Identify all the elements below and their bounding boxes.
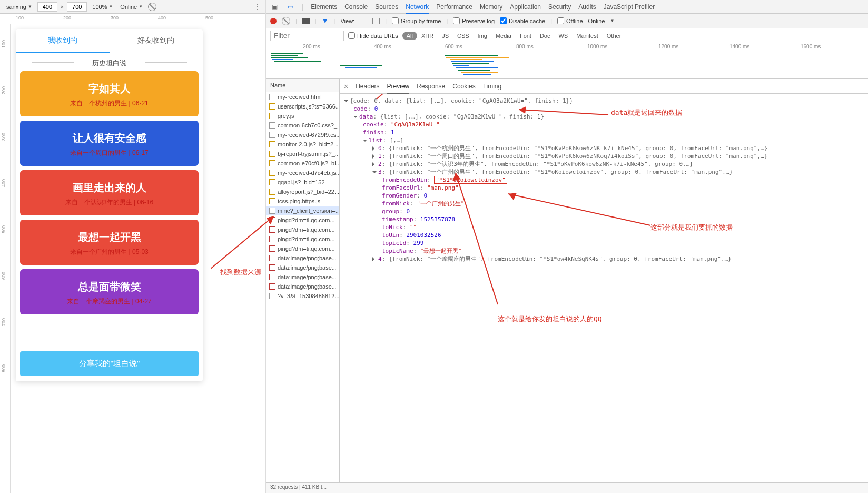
filter-type-css[interactable]: CSS bbox=[453, 32, 474, 40]
expand-icon[interactable] bbox=[372, 146, 377, 151]
json-line[interactable]: timestamp: 1525357878 bbox=[344, 215, 864, 223]
json-line[interactable]: 1: {fromNick: "一个周口的男生", fromEncodeUin: … bbox=[344, 152, 864, 160]
devtools-tab-audits[interactable]: Audits bbox=[578, 1, 596, 13]
filter-icon[interactable]: ▼ bbox=[322, 17, 329, 25]
request-row[interactable]: pingd?dm=ti.qq.com... bbox=[266, 215, 339, 225]
network-timeline[interactable]: 200 ms400 ms600 ms800 ms1000 ms1200 ms14… bbox=[266, 43, 868, 79]
request-row[interactable]: mine?_client_version=... bbox=[266, 206, 339, 215]
json-line[interactable]: 4: {fromNick: "一个摩羯座的男生", fromEncodeUin:… bbox=[344, 255, 864, 263]
group-checkbox[interactable]: Group by frame bbox=[392, 17, 441, 24]
filter-type-img[interactable]: Img bbox=[474, 32, 491, 40]
more-icon[interactable]: ⋮ bbox=[253, 3, 261, 11]
detail-tab-preview[interactable]: Preview bbox=[387, 80, 410, 94]
height-input[interactable] bbox=[67, 2, 87, 12]
json-line[interactable]: cookie: "CgAQ3a2K1wU=" bbox=[344, 121, 864, 129]
json-line[interactable]: topicId: 299 bbox=[344, 239, 864, 247]
hide-data-urls-checkbox[interactable]: Hide data URLs bbox=[348, 32, 398, 39]
devtools-tab-memory[interactable]: Memory bbox=[480, 1, 502, 13]
request-row[interactable]: data:image/png;base... bbox=[266, 272, 339, 282]
detail-tab-cookies[interactable]: Cookies bbox=[452, 80, 475, 93]
confession-card[interactable]: 总是面带微笑来自一个摩羯座的男生 | 04-27 bbox=[20, 269, 199, 314]
detail-tab-headers[interactable]: Headers bbox=[356, 80, 379, 93]
tab-received[interactable]: 我收到的 bbox=[16, 29, 110, 53]
request-row[interactable]: pingd?dm=ti.qq.com... bbox=[266, 234, 339, 244]
json-line[interactable]: fromGender: 0 bbox=[344, 192, 864, 200]
request-row[interactable]: my-received-d7c4eb.js... bbox=[266, 168, 339, 178]
filter-type-doc[interactable]: Doc bbox=[536, 32, 555, 40]
request-row[interactable]: grey.js bbox=[266, 111, 339, 121]
request-row[interactable]: common-6cb7c0.css?_... bbox=[266, 121, 339, 130]
request-row[interactable]: userscripts.js?ts=6366... bbox=[266, 102, 339, 111]
close-icon[interactable]: × bbox=[344, 82, 348, 91]
filter-type-font[interactable]: Font bbox=[516, 32, 536, 40]
filter-input[interactable] bbox=[270, 31, 344, 41]
width-input[interactable] bbox=[37, 2, 57, 12]
devtools-tab-security[interactable]: Security bbox=[548, 1, 571, 13]
json-line[interactable]: 0: {fromNick: "一个杭州的男生", fromEncodeUin: … bbox=[344, 144, 864, 152]
json-line[interactable]: toUin: 2901032526 bbox=[344, 231, 864, 239]
filter-type-all[interactable]: All bbox=[402, 32, 417, 40]
request-row[interactable]: common-e70cf0.js?_bi... bbox=[266, 159, 339, 168]
device-icon[interactable]: ▭ bbox=[286, 3, 294, 11]
view-small-icon[interactable] bbox=[372, 18, 380, 24]
clear-icon[interactable] bbox=[282, 17, 290, 25]
request-row[interactable]: pingd?dm=ti.qq.com... bbox=[266, 244, 339, 253]
json-line[interactable]: 2: {fromNick: "一个认识3年的男生", fromEncodeUin… bbox=[344, 160, 864, 168]
zoom-selector[interactable]: 100%▼ bbox=[90, 3, 115, 11]
json-line[interactable]: list: [,…] bbox=[344, 136, 864, 144]
json-line[interactable]: code: 0 bbox=[344, 105, 864, 113]
view-large-icon[interactable] bbox=[360, 18, 367, 24]
offline-checkbox[interactable]: Offline bbox=[557, 17, 583, 24]
request-row[interactable]: ?v=3&t=15308486812... bbox=[266, 291, 339, 301]
request-row[interactable]: bj-report-tryjs.min.js?_... bbox=[266, 149, 339, 159]
filter-type-ws[interactable]: WS bbox=[554, 32, 572, 40]
expand-icon[interactable] bbox=[372, 171, 377, 175]
json-line[interactable]: data: {list: [,…], cookie: "CgAQ3a2K1wU=… bbox=[344, 113, 864, 121]
json-line[interactable]: {code: 0, data: {list: [,…], cookie: "Cg… bbox=[344, 97, 864, 105]
expand-icon[interactable] bbox=[372, 257, 377, 261]
devtools-tab-sources[interactable]: Sources bbox=[375, 1, 398, 13]
confession-card[interactable]: 最想一起开黑来自一个广州的男生 | 05-03 bbox=[20, 220, 199, 265]
tab-friends[interactable]: 好友收到的 bbox=[110, 29, 203, 53]
json-line[interactable]: fromFaceUrl: "man.png" bbox=[344, 184, 864, 192]
filter-type-other[interactable]: Other bbox=[603, 32, 626, 40]
detail-tab-timing[interactable]: Timing bbox=[483, 80, 502, 93]
chevron-down-icon[interactable]: ▼ bbox=[610, 18, 614, 23]
json-line[interactable]: 3: {fromNick: "一个广州的男生", fromEncodeUin: … bbox=[344, 168, 864, 176]
devtools-tab-console[interactable]: Console bbox=[344, 1, 368, 13]
confession-card[interactable]: 字如其人来自一个杭州的男生 | 06-21 bbox=[20, 71, 199, 116]
json-line[interactable]: topicName: "最想一起开黑" bbox=[344, 247, 864, 255]
devtools-tab-javascript profiler[interactable]: JavaScript Profiler bbox=[604, 1, 655, 13]
request-row[interactable]: data:image/png;base... bbox=[266, 263, 339, 272]
devtools-tab-elements[interactable]: Elements bbox=[311, 1, 337, 13]
record-icon[interactable] bbox=[270, 18, 277, 24]
expand-icon[interactable] bbox=[363, 140, 367, 144]
json-preview[interactable]: 点击这里 data就是返回来的数据 这部分就是我们要抓的数据 这个就是给你发的坦… bbox=[340, 94, 868, 482]
filter-type-manifest[interactable]: Manifest bbox=[572, 32, 603, 40]
request-row[interactable]: pingd?dm=ti.qq.com... bbox=[266, 225, 339, 234]
screenshot-icon[interactable] bbox=[302, 18, 310, 24]
json-line[interactable]: group: 0 bbox=[344, 208, 864, 215]
json-line[interactable]: fromNick: "一个广州的男生" bbox=[344, 200, 864, 208]
expand-icon[interactable] bbox=[344, 100, 348, 104]
detail-tab-response[interactable]: Response bbox=[417, 80, 445, 93]
request-row[interactable]: alloyreport.js?_bid=22... bbox=[266, 187, 339, 196]
online-label[interactable]: Online bbox=[588, 18, 605, 24]
request-row[interactable]: data:image/png;base... bbox=[266, 253, 339, 263]
devtools-tab-network[interactable]: Network bbox=[406, 1, 429, 14]
request-row[interactable]: monitor-2.0.js?_bid=2... bbox=[266, 140, 339, 149]
json-line[interactable]: finish: 1 bbox=[344, 129, 864, 136]
confession-card[interactable]: 画里走出来的人来自一个认识3年的男生 | 06-16 bbox=[20, 170, 199, 215]
request-row[interactable]: tcss.ping.https.js bbox=[266, 196, 339, 206]
filter-type-xhr[interactable]: XHR bbox=[417, 32, 438, 40]
request-row[interactable]: my-received.html bbox=[266, 92, 339, 102]
request-row[interactable]: qqapi.js?_bid=152 bbox=[266, 178, 339, 187]
rotate-icon[interactable] bbox=[148, 3, 156, 11]
throttle-selector[interactable]: Online▼ bbox=[118, 3, 145, 11]
expand-icon[interactable] bbox=[372, 162, 377, 166]
json-line[interactable]: toNick: "" bbox=[344, 223, 864, 231]
device-selector[interactable]: sanxing▼ bbox=[4, 3, 34, 11]
preserve-checkbox[interactable]: Preserve log bbox=[453, 17, 495, 24]
inspect-icon[interactable]: ▣ bbox=[270, 3, 279, 11]
expand-icon[interactable] bbox=[353, 116, 358, 120]
